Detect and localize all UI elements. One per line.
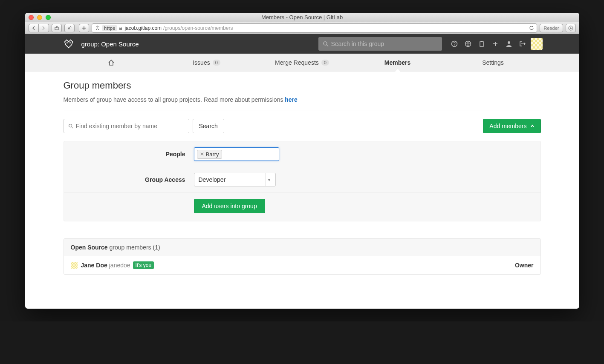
add-members-panel: People ✕ Barry Group Access Developer ▾ … bbox=[64, 141, 541, 221]
filter-row: Search Add members bbox=[64, 119, 541, 133]
gitlab-logo-icon[interactable] bbox=[62, 37, 75, 51]
people-row: People ✕ Barry bbox=[64, 141, 540, 167]
share-button[interactable] bbox=[52, 24, 62, 32]
header-search[interactable]: Search in this group bbox=[318, 37, 442, 51]
forward-button[interactable] bbox=[39, 24, 49, 32]
nav-buttons bbox=[29, 24, 49, 32]
page-description: Members of group have access to all grou… bbox=[64, 96, 541, 111]
url-scheme: https bbox=[102, 25, 117, 31]
member-search-field[interactable] bbox=[64, 119, 189, 133]
member-search-input[interactable] bbox=[76, 123, 185, 129]
member-avatar bbox=[71, 262, 78, 269]
page-content: Group members Members of group have acce… bbox=[64, 72, 541, 309]
svg-point-13 bbox=[508, 41, 510, 44]
header-search-placeholder: Search in this group bbox=[331, 40, 384, 47]
people-input[interactable]: ✕ Barry bbox=[194, 147, 279, 161]
member-username: janedoe bbox=[109, 262, 130, 269]
tab-home[interactable] bbox=[64, 54, 159, 71]
user-icon[interactable] bbox=[505, 40, 513, 48]
people-text-input[interactable] bbox=[224, 151, 276, 158]
tab-issues[interactable]: Issues 0 bbox=[159, 54, 254, 71]
page-title: Group members bbox=[64, 80, 541, 91]
access-label: Group Access bbox=[72, 176, 194, 183]
member-name[interactable]: Jane Doe bbox=[81, 262, 107, 269]
new-tab-button[interactable] bbox=[79, 24, 89, 32]
svg-text:?: ? bbox=[453, 42, 456, 46]
downloads-button[interactable] bbox=[566, 24, 576, 32]
tab-settings-label: Settings bbox=[482, 59, 504, 66]
group-access-select[interactable]: Developer ▾ bbox=[194, 173, 276, 186]
plus-icon[interactable] bbox=[491, 40, 499, 48]
add-members-button[interactable]: Add members bbox=[483, 119, 540, 133]
tab-issues-label: Issues bbox=[193, 59, 210, 66]
access-row: Group Access Developer ▾ bbox=[64, 167, 540, 192]
members-list-header: Open Source group members (1) bbox=[64, 239, 540, 256]
user-avatar[interactable] bbox=[531, 38, 543, 50]
tab-settings[interactable]: Settings bbox=[445, 54, 541, 71]
search-button[interactable]: Search bbox=[193, 119, 224, 133]
browser-toolbar: https jacob.gitlap.com/groups/open-sourc… bbox=[25, 22, 579, 34]
tab-members[interactable]: Members bbox=[350, 54, 445, 71]
header-icons: ? bbox=[451, 40, 526, 48]
svg-point-2 bbox=[98, 29, 99, 29]
help-icon[interactable]: ? bbox=[451, 40, 458, 48]
svg-rect-3 bbox=[119, 28, 122, 30]
globe-icon[interactable] bbox=[464, 40, 472, 48]
chevron-up-icon bbox=[530, 124, 535, 128]
member-role: Owner bbox=[515, 262, 534, 269]
back-button[interactable] bbox=[29, 24, 39, 32]
members-list-panel: Open Source group members (1) Jane Doe j… bbox=[64, 238, 541, 275]
token-label: Barry bbox=[206, 151, 219, 158]
svg-rect-12 bbox=[481, 41, 483, 42]
svg-point-6 bbox=[69, 42, 71, 43]
group-tabs: Issues 0 Merge Requests 0 Members Settin… bbox=[25, 54, 579, 72]
url-bar[interactable]: https jacob.gitlap.com/groups/open-sourc… bbox=[92, 23, 538, 33]
clipboard-icon[interactable] bbox=[478, 40, 486, 48]
site-icon bbox=[95, 25, 101, 31]
app-header: group: Open Source Search in this group … bbox=[25, 34, 579, 54]
permissions-link[interactable]: here bbox=[285, 96, 298, 103]
search-icon bbox=[323, 41, 329, 47]
browser-window: Members - Open Source | GitLab https jac… bbox=[25, 13, 579, 309]
svg-point-7 bbox=[324, 42, 327, 45]
page-desc-text: Members of group have access to all grou… bbox=[64, 96, 285, 103]
inspector-button[interactable] bbox=[64, 24, 75, 32]
lock-icon bbox=[118, 26, 123, 30]
add-members-label: Add members bbox=[489, 123, 526, 129]
select-value: Developer bbox=[199, 176, 226, 183]
svg-point-1 bbox=[96, 29, 97, 29]
issues-count-badge: 0 bbox=[213, 60, 220, 66]
tab-members-label: Members bbox=[384, 59, 410, 66]
window-titlebar: Members - Open Source | GitLab bbox=[25, 13, 579, 22]
chevron-down-icon: ▾ bbox=[265, 173, 273, 186]
window-title: Members - Open Source | GitLab bbox=[25, 14, 579, 20]
reload-icon[interactable] bbox=[529, 26, 534, 31]
members-heading-suffix: group members bbox=[110, 244, 151, 251]
people-label: People bbox=[72, 151, 194, 158]
svg-point-14 bbox=[69, 124, 72, 127]
url-path: /groups/open-source/members bbox=[163, 25, 233, 31]
signout-icon[interactable] bbox=[519, 40, 526, 48]
svg-point-5 bbox=[66, 42, 68, 43]
home-icon bbox=[108, 59, 115, 66]
members-count: (1) bbox=[153, 244, 160, 251]
submit-row: Add users into group bbox=[64, 192, 540, 221]
url-host: jacob.gitlap.com bbox=[124, 25, 162, 31]
tab-mr-label: Merge Requests bbox=[275, 59, 319, 66]
add-users-button[interactable]: Add users into group bbox=[194, 199, 265, 213]
member-row: Jane Doe janedoe It's you Owner bbox=[64, 256, 540, 274]
reader-button[interactable]: Reader bbox=[540, 24, 563, 32]
remove-token-icon[interactable]: ✕ bbox=[200, 151, 204, 157]
members-group-name: Open Source bbox=[71, 244, 108, 251]
svg-rect-11 bbox=[480, 42, 483, 46]
mr-count-badge: 0 bbox=[321, 60, 329, 66]
people-token: ✕ Barry bbox=[197, 150, 222, 159]
header-title: group: Open Source bbox=[81, 40, 139, 48]
tab-merge-requests[interactable]: Merge Requests 0 bbox=[254, 54, 350, 71]
search-icon bbox=[68, 123, 73, 129]
its-you-badge: It's you bbox=[133, 261, 154, 269]
